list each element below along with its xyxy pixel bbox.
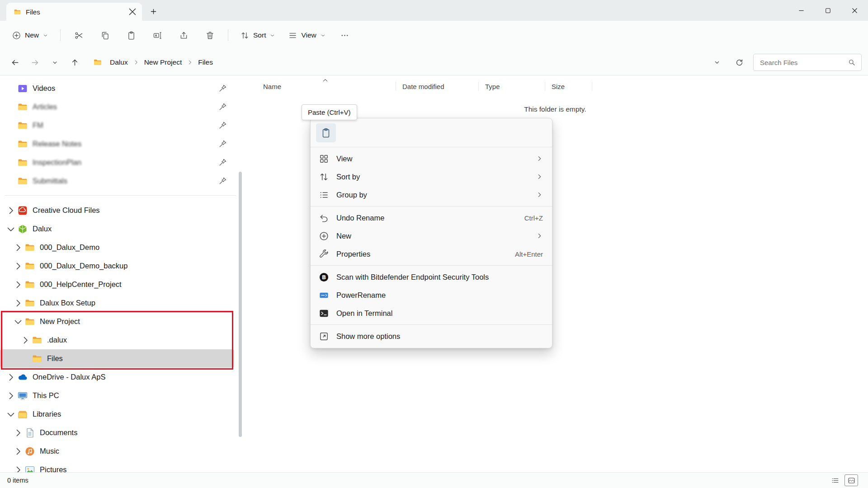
sidebar-item-dalux[interactable]: Dalux <box>0 220 234 238</box>
menu-item-group-by[interactable]: Group by <box>311 186 552 204</box>
large-icons-view-button[interactable] <box>844 474 858 486</box>
chevron-right-icon[interactable] <box>13 427 24 438</box>
chevron-right-icon[interactable] <box>13 465 24 473</box>
sidebar-item-submittals[interactable]: Submittals <box>0 172 234 190</box>
sidebar-item-000-helpcenter-project[interactable]: 000_HelpCenter_Project <box>0 275 234 294</box>
tab-title: Files <box>26 8 122 16</box>
address-dropdown-icon[interactable] <box>713 59 721 66</box>
pin-icon <box>218 103 227 111</box>
sidebar-item-new-project[interactable]: New Project <box>0 312 234 331</box>
view-toggles <box>828 474 858 486</box>
paste-button[interactable] <box>119 26 143 45</box>
breadcrumb-segment-dalux[interactable]: Dalux <box>107 58 131 66</box>
sidebar-item-000-dalux-demo[interactable]: 000_Dalux_Demo <box>0 238 234 257</box>
menu-item-powerrename[interactable]: PowerRename <box>311 286 552 304</box>
new-button[interactable]: New <box>6 26 54 45</box>
breadcrumb-segment-files[interactable]: Files <box>195 58 216 66</box>
chevron-right-icon[interactable] <box>13 261 24 272</box>
new-tab-button[interactable] <box>145 3 162 19</box>
sidebar-item-inspectionplan[interactable]: InspectionPlan <box>0 153 234 172</box>
menu-item-label: Show more options <box>336 332 543 341</box>
creative-cloud-icon <box>17 205 28 216</box>
refresh-button[interactable] <box>731 54 748 71</box>
chevron-right-icon[interactable] <box>13 279 24 290</box>
maximize-button[interactable] <box>815 0 841 21</box>
sidebar-item-onedrive-dalux-aps[interactable]: OneDrive - Dalux ApS <box>0 368 234 386</box>
minimize-button[interactable] <box>788 0 815 21</box>
sidebar-item-creative-cloud-files[interactable]: Creative Cloud Files <box>0 201 234 220</box>
menu-item-properties[interactable]: PropertiesAlt+Enter <box>311 245 552 263</box>
sidebar-item-release-notes[interactable]: Release Notes <box>0 135 234 153</box>
sidebar-item-dalux[interactable]: .dalux <box>0 331 234 349</box>
copy-button[interactable] <box>93 26 117 45</box>
sidebar-scrollbar[interactable] <box>239 172 242 437</box>
chevron-right-icon[interactable] <box>13 242 24 253</box>
chevron-down-icon[interactable] <box>5 409 16 420</box>
menu-item-scan-with-bitdefender-endpoint-security-tools[interactable]: BScan with Bitdefender Endpoint Security… <box>311 268 552 286</box>
menu-item-label: Scan with Bitdefender Endpoint Security … <box>336 273 543 282</box>
breadcrumb[interactable]: DaluxNew ProjectFiles <box>89 53 725 71</box>
chevron-down-icon[interactable] <box>13 316 24 327</box>
share-button[interactable] <box>172 26 195 45</box>
folder-icon <box>24 261 35 272</box>
recent-locations-button[interactable] <box>46 54 63 71</box>
chevron-right-icon[interactable] <box>5 390 16 401</box>
column-header-type[interactable]: Type <box>479 78 545 94</box>
menu-item-view[interactable]: View <box>311 150 552 168</box>
forward-button[interactable] <box>26 54 43 71</box>
menu-item-open-in-terminal[interactable]: Open in Terminal <box>311 304 552 322</box>
rename-button[interactable] <box>146 26 169 45</box>
chevron-right-icon[interactable] <box>5 205 16 216</box>
menu-item-new[interactable]: New <box>311 227 552 245</box>
plus-circle-icon <box>319 231 329 241</box>
chevron-right-icon[interactable] <box>13 298 24 309</box>
tab-bar: Files <box>0 0 868 21</box>
sidebar-item-000-dalux-demo-backup[interactable]: 000_Dalux_Demo_backup <box>0 257 234 275</box>
sidebar-item-documents[interactable]: Documents <box>0 423 234 442</box>
powerrename-icon <box>319 290 329 300</box>
more-options-button[interactable] <box>333 26 357 45</box>
new-button-label: New <box>25 31 39 39</box>
sort-ascending-icon <box>322 77 329 84</box>
column-header-size[interactable]: Size <box>545 78 592 94</box>
paste-button[interactable] <box>316 123 336 142</box>
search-box[interactable] <box>753 54 862 71</box>
sidebar-item-videos[interactable]: Videos <box>0 79 234 98</box>
tab-close-icon[interactable] <box>127 6 138 18</box>
cut-button[interactable] <box>67 26 90 45</box>
chevron-down-icon <box>42 33 48 38</box>
chevron-right-icon <box>536 155 543 162</box>
sidebar-item-libraries[interactable]: Libraries <box>0 405 234 423</box>
sidebar-item-dalux-box-setup[interactable]: Dalux Box Setup <box>0 294 234 312</box>
sort-icon <box>240 31 250 40</box>
sidebar-item-files[interactable]: Files <box>0 349 234 368</box>
menu-item-label: New <box>336 232 530 240</box>
breadcrumb-segment-new-project[interactable]: New Project <box>141 58 185 66</box>
search-input[interactable] <box>759 58 848 67</box>
sidebar-item-label: FM <box>33 121 43 130</box>
menu-item-show-more-options[interactable]: Show more options <box>311 327 552 345</box>
delete-button[interactable] <box>198 26 222 45</box>
tab-files[interactable]: Files <box>6 3 142 21</box>
sort-button[interactable]: Sort <box>235 26 281 45</box>
up-button[interactable] <box>66 54 83 71</box>
menu-item-sort-by[interactable]: Sort by <box>311 168 552 186</box>
chevron-down-icon[interactable] <box>5 224 16 235</box>
back-button[interactable] <box>6 54 24 71</box>
sidebar-item-label: InspectionPlan <box>33 158 81 167</box>
chevron-right-icon[interactable] <box>13 446 24 457</box>
sidebar-item-articles[interactable]: Articles <box>0 98 234 116</box>
details-view-button[interactable] <box>828 474 842 486</box>
menu-item-undo-rename[interactable]: Undo RenameCtrl+Z <box>311 209 552 227</box>
view-button[interactable]: View <box>283 26 331 45</box>
sidebar-item-pictures[interactable]: Pictures <box>0 460 234 472</box>
sidebar-item-fm[interactable]: FM <box>0 116 234 135</box>
sidebar-item-music[interactable]: Music <box>0 442 234 460</box>
column-header-date-modified[interactable]: Date modified <box>396 78 479 94</box>
sidebar-item-this-pc[interactable]: This PC <box>0 386 234 405</box>
close-button[interactable] <box>841 0 868 21</box>
column-header-name[interactable]: Name <box>242 78 396 94</box>
toolbar-divider <box>228 29 228 41</box>
chevron-right-icon[interactable] <box>20 335 31 346</box>
chevron-right-icon[interactable] <box>5 372 16 383</box>
